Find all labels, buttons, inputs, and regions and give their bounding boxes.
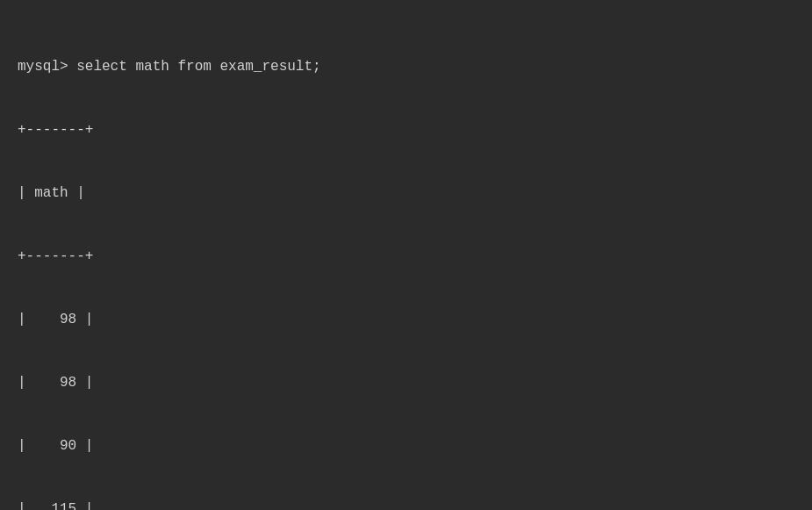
query1-line: mysql> select math from exam_result;	[18, 56, 794, 77]
table1-row4: | 115 |	[18, 499, 794, 510]
table1-mid: +-------+	[18, 246, 794, 267]
terminal: mysql> select math from exam_result; +--…	[18, 14, 794, 510]
table1-row3: | 90 |	[18, 435, 794, 456]
table1-header: | math |	[18, 183, 794, 204]
table1-row1: | 98 |	[18, 309, 794, 330]
table1-top: +-------+	[18, 119, 794, 140]
table1-row2: | 98 |	[18, 372, 794, 393]
prompt1: mysql> select math from exam_result;	[18, 59, 321, 75]
